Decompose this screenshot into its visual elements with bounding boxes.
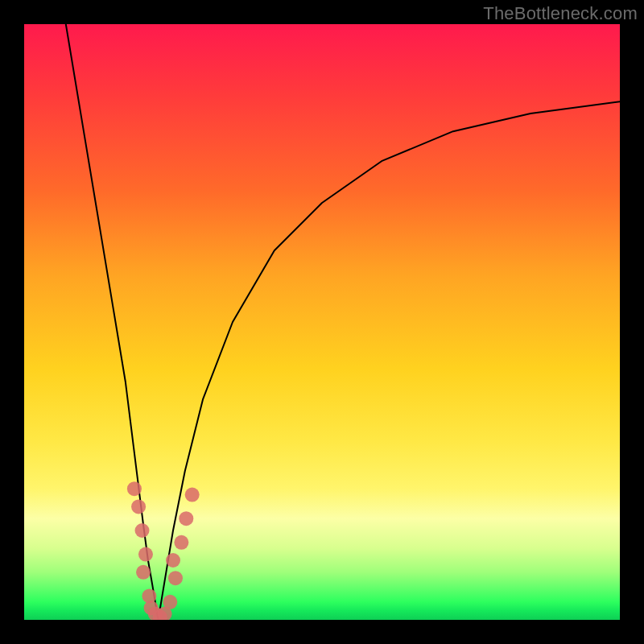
curve-right-branch (159, 101, 621, 620)
highlight-dot (185, 488, 200, 502)
highlight-dot (127, 481, 142, 496)
highlight-dot (174, 535, 188, 550)
highlight-dot (136, 565, 151, 580)
highlight-dot (138, 547, 153, 562)
curve-svg (24, 24, 620, 620)
watermark-text: TheBottleneck.com (483, 3, 638, 24)
highlight-dot (179, 511, 193, 526)
highlight-dot (166, 553, 180, 568)
chart-frame: TheBottleneck.com (0, 0, 644, 644)
marker-group (127, 481, 200, 620)
plot-area (24, 24, 620, 620)
highlight-dot (168, 571, 183, 585)
highlight-dot (135, 523, 150, 538)
highlight-dot (163, 595, 177, 609)
highlight-dot (131, 499, 146, 514)
